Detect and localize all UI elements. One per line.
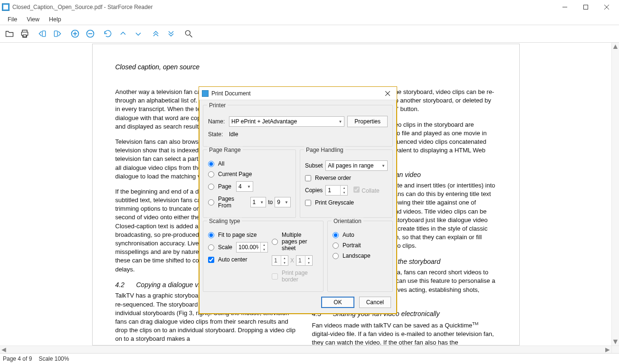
down-icon[interactable] bbox=[132, 27, 145, 40]
menubar: File View Help bbox=[0, 14, 619, 25]
printer-group: Printer Name: HP ePrint + JetAdvantage▼ … bbox=[203, 105, 393, 147]
collate-checkbox bbox=[353, 187, 360, 193]
greyscale-checkbox[interactable] bbox=[305, 200, 311, 206]
auto-center-checkbox[interactable] bbox=[208, 257, 214, 263]
subset-select[interactable]: All pages in range▼ bbox=[325, 160, 388, 171]
properties-button[interactable]: Properties bbox=[347, 116, 388, 127]
page-up-icon[interactable] bbox=[149, 27, 162, 40]
page-range-group: Page Range All Current Page Page 4▼ Page… bbox=[203, 149, 296, 218]
group-label: Page Range bbox=[207, 147, 243, 153]
cancel-button[interactable]: Cancel bbox=[359, 297, 391, 308]
scroll-right-icon[interactable]: ► bbox=[604, 346, 611, 354]
printer-select[interactable]: HP ePrint + JetAdvantage▼ bbox=[229, 116, 344, 127]
page-number-select[interactable]: 4▼ bbox=[236, 181, 253, 192]
search-icon[interactable] bbox=[182, 27, 195, 40]
range-page-radio[interactable] bbox=[208, 184, 214, 190]
group-label: Orientation bbox=[332, 218, 363, 224]
copies-label: Copies bbox=[305, 187, 323, 194]
minimize-button[interactable] bbox=[554, 0, 575, 14]
dialog-close-button[interactable] bbox=[381, 88, 394, 99]
multi-rows-spinner: ▲▼ bbox=[296, 255, 313, 266]
range-from-radio[interactable] bbox=[208, 199, 214, 205]
zoom-out-icon[interactable] bbox=[84, 27, 97, 40]
chevron-down-icon: ▼ bbox=[338, 120, 342, 124]
orientation-group: Orientation Auto Portrait Landscape bbox=[327, 221, 393, 292]
scroll-up-icon[interactable]: ▲ bbox=[612, 43, 619, 50]
maximize-button[interactable] bbox=[575, 0, 596, 14]
page-from-select[interactable]: 1▼ bbox=[250, 197, 267, 207]
print-icon[interactable] bbox=[18, 27, 31, 40]
menu-file[interactable]: File bbox=[3, 15, 22, 24]
reverse-order-checkbox[interactable] bbox=[305, 175, 311, 181]
svg-line-13 bbox=[190, 35, 192, 37]
svg-point-12 bbox=[185, 30, 190, 35]
status-scale: Scale 100% bbox=[38, 355, 69, 362]
orient-landscape-radio[interactable] bbox=[333, 253, 339, 259]
page-border-checkbox bbox=[272, 273, 278, 280]
scroll-left-icon[interactable]: ◄ bbox=[0, 346, 8, 354]
range-all-radio[interactable] bbox=[208, 161, 214, 167]
dialog-title: Print Document bbox=[211, 90, 379, 97]
dialog-titlebar: Print Document bbox=[199, 87, 397, 100]
toolbar bbox=[0, 25, 619, 43]
menu-view[interactable]: View bbox=[22, 15, 44, 24]
page-handling-group: Page Handling Subset All pages in range▼… bbox=[300, 149, 393, 218]
close-button[interactable] bbox=[596, 0, 617, 14]
svg-rect-1 bbox=[584, 5, 588, 9]
scale-fit-radio[interactable] bbox=[208, 232, 214, 238]
range-current-radio[interactable] bbox=[208, 171, 214, 177]
dialog-app-icon bbox=[202, 90, 209, 97]
next-page-icon[interactable] bbox=[51, 27, 64, 40]
svg-rect-6 bbox=[54, 31, 57, 37]
open-icon[interactable] bbox=[3, 27, 16, 40]
multi-cols-spinner: ▲▼ bbox=[272, 255, 288, 266]
prev-page-icon[interactable] bbox=[36, 27, 49, 40]
page-to-select[interactable]: 9▼ bbox=[275, 197, 291, 207]
print-dialog: Print Document Printer Name: HP ePrint +… bbox=[199, 86, 397, 314]
orient-portrait-radio[interactable] bbox=[333, 243, 339, 249]
scale-multi-radio[interactable] bbox=[272, 239, 278, 245]
window-title: Closed_Caption,_Open_Source.pdf - StarFo… bbox=[12, 4, 554, 10]
body-text: Fan videos made with talkTV can be saved… bbox=[312, 321, 496, 345]
scroll-down-icon[interactable]: ▼ bbox=[612, 338, 619, 345]
printer-name-label: Name: bbox=[208, 118, 226, 125]
statusbar: Page 4 of 9 Scale 100% bbox=[0, 354, 619, 364]
group-label: Scaling type bbox=[207, 218, 242, 224]
subset-label: Subset bbox=[305, 162, 323, 169]
scale-value-spinner[interactable]: ▲▼ bbox=[236, 242, 268, 252]
printer-state-label: State: bbox=[208, 131, 226, 138]
ok-button[interactable]: OK bbox=[321, 297, 354, 308]
menu-help[interactable]: Help bbox=[44, 15, 66, 24]
scale-custom-radio[interactable] bbox=[208, 244, 214, 251]
titlebar: Closed_Caption,_Open_Source.pdf - StarFo… bbox=[0, 0, 619, 14]
orient-auto-radio[interactable] bbox=[333, 232, 339, 238]
printer-state-value: Idle bbox=[229, 131, 238, 138]
svg-rect-5 bbox=[42, 31, 46, 37]
group-label: Printer bbox=[207, 102, 228, 109]
app-icon bbox=[2, 3, 10, 11]
copies-spinner[interactable]: ▲▼ bbox=[325, 185, 348, 196]
horizontal-scrollbar[interactable]: ◄ ► bbox=[0, 345, 611, 353]
up-icon[interactable] bbox=[116, 27, 130, 40]
page-running-header: Closed caption, open source bbox=[115, 63, 496, 71]
group-label: Page Handling bbox=[304, 147, 345, 153]
vertical-scrollbar[interactable]: ▲ ▼ bbox=[611, 43, 619, 345]
svg-rect-4 bbox=[23, 35, 27, 37]
zoom-in-icon[interactable] bbox=[68, 27, 82, 40]
page-down-icon[interactable] bbox=[164, 27, 178, 40]
status-page: Page 4 of 9 bbox=[3, 355, 32, 362]
scroll-corner bbox=[611, 345, 619, 353]
scaling-group: Scaling type Fit to page size Scale ▲▼ A… bbox=[203, 221, 324, 292]
undo-icon[interactable] bbox=[101, 27, 114, 40]
